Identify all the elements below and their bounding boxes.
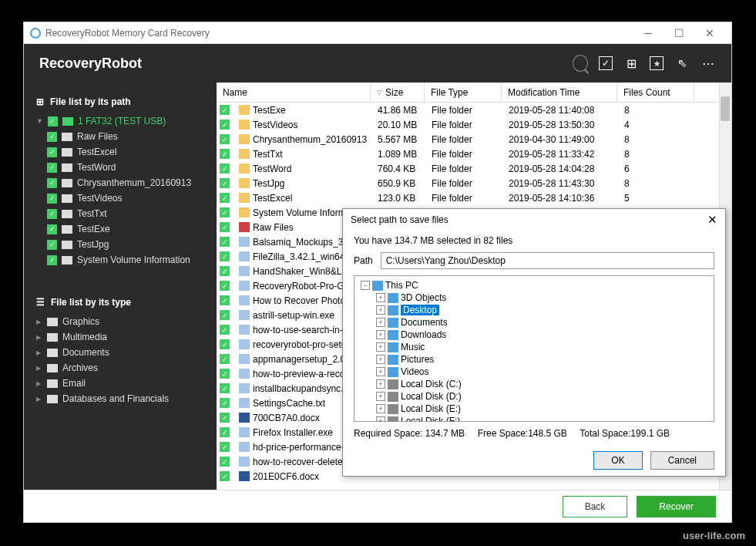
expand-icon[interactable]: + (376, 404, 385, 413)
table-row[interactable]: ✓ TestVideos 20.10 MB File folder 2019-0… (217, 117, 731, 132)
dialog-close-icon[interactable]: ✕ (707, 213, 717, 227)
sidebar-item[interactable]: ✓TestExe (24, 221, 217, 237)
col-mtime[interactable]: Modification Time (502, 83, 617, 102)
category-item[interactable]: Databases and Financials (24, 391, 217, 406)
col-count[interactable]: Files Count (617, 83, 694, 102)
category-item[interactable]: Documents (24, 345, 217, 360)
checkbox-icon[interactable]: ✓ (220, 427, 230, 437)
checkbox-icon[interactable]: ✓ (220, 413, 230, 423)
path-input[interactable] (381, 252, 714, 269)
col-type[interactable]: File Type (425, 83, 502, 102)
tree-node-this-pc[interactable]: − This PC (358, 279, 711, 292)
checkbox-icon[interactable]: ✓ (220, 442, 230, 452)
minimize-button[interactable]: ─ (633, 22, 664, 44)
checkbox-icon[interactable]: ✓ (220, 163, 230, 174)
expand-icon[interactable]: + (376, 305, 385, 315)
checkbox-icon[interactable]: ✓ (47, 240, 57, 250)
checkbox-icon[interactable]: ✓ (220, 120, 230, 130)
checkbox-icon[interactable]: ✓ (220, 281, 230, 291)
magic-icon[interactable]: ⇖ (674, 56, 690, 71)
flag-icon[interactable]: ★ (650, 56, 664, 70)
table-row[interactable]: ✓ TestExe 41.86 MB File folder 2019-05-2… (217, 103, 731, 117)
maximize-button[interactable]: ☐ (664, 22, 694, 44)
sidebar-item[interactable]: ✓TestTxt (24, 206, 217, 221)
checkbox-icon[interactable]: ✓ (220, 193, 230, 203)
close-button[interactable]: ✕ (694, 22, 725, 44)
col-size[interactable]: ▽Size (371, 83, 425, 102)
checkbox-icon[interactable]: ✓ (220, 457, 230, 467)
sidebar-item[interactable]: ✓TestJpg (24, 237, 217, 252)
checkbox-icon[interactable]: ✓ (48, 116, 58, 126)
expand-icon[interactable]: + (376, 367, 385, 376)
tree-node[interactable]: + Documents (358, 316, 711, 329)
checkbox-icon[interactable]: ✓ (47, 163, 57, 173)
tree-node[interactable]: + Pictures (358, 353, 711, 366)
checkbox-icon[interactable]: ✓ (220, 134, 230, 144)
tree-node[interactable]: + Music (358, 341, 711, 353)
tree-root[interactable]: ▼ ✓ 1 FAT32 (TEST USB) (24, 113, 217, 129)
checkbox-icon[interactable]: ✓ (220, 295, 230, 305)
checkbox-icon[interactable]: ✓ (220, 105, 230, 115)
grid-icon[interactable]: ⊞ (623, 56, 639, 71)
tree-node[interactable]: + Downloads (358, 329, 711, 341)
category-item[interactable]: Archives (24, 360, 217, 376)
tree-node[interactable]: + Desktop (358, 304, 711, 316)
checkbox-icon[interactable]: ✓ (220, 339, 230, 349)
expand-icon[interactable]: + (376, 416, 385, 422)
table-row[interactable]: ✓ TestTxt 1.089 MB File folder 2019-05-2… (217, 147, 731, 161)
expand-icon[interactable]: + (376, 355, 385, 364)
checkbox-icon[interactable]: ✓ (47, 147, 57, 157)
checkbox-icon[interactable]: ✓ (220, 222, 230, 232)
checkbox-icon[interactable]: ✓ (47, 209, 57, 219)
checkbox-icon[interactable]: ✓ (47, 255, 57, 265)
checkbox-icon[interactable]: ✓ (220, 471, 230, 481)
sidebar-item[interactable]: ✓System Volume Information (24, 252, 217, 268)
scroll-thumb[interactable] (721, 96, 730, 121)
sidebar-item[interactable]: ✓Raw Files (24, 129, 217, 144)
expand-icon[interactable]: + (376, 379, 385, 389)
col-name[interactable]: Name (217, 83, 371, 102)
category-item[interactable]: Multimedia (24, 329, 217, 345)
sidebar-item[interactable]: ✓Chrysanthemum_20160913 (24, 175, 217, 190)
checkbox-icon[interactable]: ✓ (220, 398, 230, 408)
checkbox-icon[interactable]: ✓ (220, 369, 230, 379)
folder-tree[interactable]: − This PC + 3D Objects + Desktop + Docum… (354, 275, 714, 422)
checkbox-icon[interactable]: ✓ (220, 310, 230, 320)
table-row[interactable]: ✓ TestExcel 123.0 KB File folder 2019-05… (217, 190, 731, 205)
expand-icon[interactable]: + (376, 342, 385, 352)
check-icon[interactable]: ✓ (599, 56, 613, 70)
expand-icon[interactable]: + (376, 392, 385, 401)
category-item[interactable]: Graphics (24, 314, 217, 329)
checkbox-icon[interactable]: ✓ (47, 132, 57, 142)
checkbox-icon[interactable]: ✓ (220, 207, 230, 217)
category-item[interactable]: Email (24, 376, 217, 391)
checkbox-icon[interactable]: ✓ (220, 178, 230, 188)
tree-node[interactable]: + Local Disk (C:) (358, 378, 711, 390)
table-row[interactable]: ✓ Chrysanthemum_20160913 5.567 MB File f… (217, 132, 731, 147)
sidebar-item[interactable]: ✓TestExcel (24, 144, 217, 160)
recover-button[interactable]: Recover (637, 496, 716, 517)
tree-node[interactable]: + Videos (358, 366, 711, 378)
back-button[interactable]: Back (563, 496, 628, 517)
checkbox-icon[interactable]: ✓ (47, 194, 57, 204)
sidebar-item[interactable]: ✓TestWord (24, 160, 217, 175)
checkbox-icon[interactable]: ✓ (220, 266, 230, 276)
table-row[interactable]: ✓ TestJpg 650.9 KB File folder 2019-05-2… (217, 176, 731, 190)
expand-icon[interactable]: + (376, 318, 385, 327)
collapse-icon[interactable]: − (361, 281, 370, 290)
search-icon[interactable] (573, 56, 588, 71)
checkbox-icon[interactable]: ✓ (220, 251, 230, 261)
cancel-button[interactable]: Cancel (650, 451, 714, 470)
tree-node[interactable]: + Local Disk (D:) (358, 390, 711, 403)
tree-node[interactable]: + 3D Objects (358, 292, 711, 304)
checkbox-icon[interactable]: ✓ (220, 149, 230, 159)
checkbox-icon[interactable]: ✓ (220, 237, 230, 247)
more-icon[interactable]: ⋯ (701, 56, 716, 71)
expand-icon[interactable]: + (376, 293, 385, 302)
tree-node[interactable]: + Local Disk (E:) (358, 403, 711, 415)
checkbox-icon[interactable]: ✓ (220, 354, 230, 364)
checkbox-icon[interactable]: ✓ (220, 325, 230, 335)
tree-node[interactable]: + Local Disk (F:) (358, 415, 711, 422)
ok-button[interactable]: OK (593, 451, 642, 470)
checkbox-icon[interactable]: ✓ (220, 383, 230, 393)
